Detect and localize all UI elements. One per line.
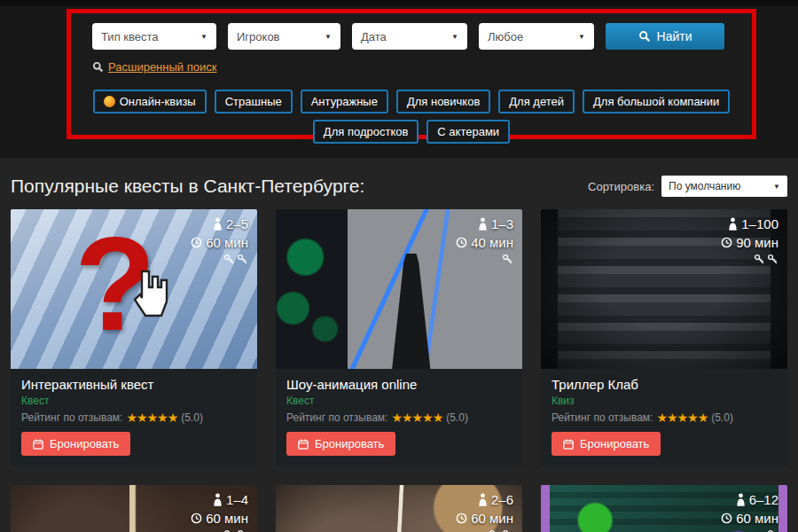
quest-card[interactable]: ? 2–5 60 мин Интерактивный квест Квест bbox=[11, 209, 257, 466]
sort-select-value: По умолчанию bbox=[669, 180, 740, 192]
quest-image[interactable]: ? 6–12 60 мин bbox=[541, 485, 787, 532]
quest-type-select[interactable]: Тип квеста▼ bbox=[92, 23, 216, 50]
orange-ball-icon bbox=[104, 96, 115, 107]
select-value: Игроков bbox=[237, 30, 280, 43]
clock-icon bbox=[191, 237, 202, 248]
category-big-company[interactable]: Для большой компании bbox=[583, 90, 730, 113]
main-content: Популярные квесты в Санкт-Петербурге: Со… bbox=[0, 158, 798, 532]
quest-title[interactable]: Интерактивный квест bbox=[21, 377, 246, 392]
quest-title[interactable]: Триллер Клаб bbox=[552, 377, 777, 392]
quest-title[interactable]: Шоу-анимация online bbox=[286, 377, 512, 392]
search-panel: Тип квеста▼Игроков▼Дата▼Любое▼ Найти Рас… bbox=[66, 9, 756, 139]
category-online-quizzes[interactable]: Онлайн-квизы bbox=[93, 90, 207, 113]
duration-text: 90 мин bbox=[736, 235, 778, 250]
quest-card-info: Триллер Клаб Квиз Рейтинг по отзывам: ★★… bbox=[541, 369, 787, 466]
difficulty-keys bbox=[456, 254, 513, 265]
search-icon bbox=[638, 30, 651, 43]
quest-card[interactable]: ? 2–6 60 мин Рейтинг по отзыва bbox=[276, 485, 522, 532]
date-select[interactable]: Дата▼ bbox=[352, 23, 467, 50]
category-beginners[interactable]: Для новичков bbox=[396, 90, 490, 113]
quest-rating: Рейтинг по отзывам: ★★★★★ (5.0) bbox=[286, 411, 512, 424]
image-badges: 1–100 90 мин bbox=[721, 216, 778, 265]
key-icon bbox=[767, 254, 778, 265]
category-label: Антуражные bbox=[311, 95, 378, 108]
category-label: Для большой компании bbox=[593, 95, 719, 108]
quest-image[interactable]: ? 2–5 60 мин bbox=[11, 209, 257, 369]
quest-image[interactable]: ? 1–4 60 мин bbox=[11, 485, 257, 532]
any-select[interactable]: Любое▼ bbox=[479, 23, 594, 50]
search-filters-row: Тип квеста▼Игроков▼Дата▼Любое▼ Найти bbox=[92, 23, 731, 50]
category-kids[interactable]: Для детей bbox=[498, 90, 575, 113]
image-badges: 6–12 60 мин bbox=[721, 492, 778, 532]
difficulty-keys bbox=[721, 254, 778, 265]
quest-rating: Рейтинг по отзывам: ★★★★★ (5.0) bbox=[552, 411, 777, 424]
category-actors[interactable]: С актерами bbox=[426, 120, 510, 144]
image-badges: 2–6 60 мин bbox=[456, 492, 513, 532]
quest-category[interactable]: Квест bbox=[286, 395, 512, 407]
players-count: 2–6 bbox=[491, 492, 513, 507]
person-icon bbox=[213, 217, 223, 231]
person-icon bbox=[213, 493, 223, 506]
quest-image[interactable]: ? 1–3 40 мин bbox=[276, 209, 522, 369]
book-button[interactable]: Бронировать bbox=[552, 432, 661, 456]
duration-badge: 60 мин bbox=[456, 511, 513, 526]
difficulty-keys bbox=[191, 254, 248, 265]
players-count: 6–12 bbox=[749, 492, 778, 507]
book-button[interactable]: Бронировать bbox=[21, 432, 130, 456]
category-label: С актерами bbox=[437, 125, 499, 138]
chevron-down-icon: ▼ bbox=[578, 33, 585, 41]
quest-image[interactable]: ? 1–100 90 мин bbox=[541, 209, 787, 369]
category-teens[interactable]: Для подростков bbox=[313, 120, 419, 144]
rating-label: Рейтинг по отзывам: bbox=[21, 411, 122, 424]
quest-cards-grid: ? 2–5 60 мин Интерактивный квест Квест bbox=[11, 209, 787, 532]
find-button-label: Найти bbox=[657, 29, 692, 43]
duration-badge: 60 мин bbox=[721, 511, 778, 526]
book-button-label: Бронировать bbox=[50, 437, 119, 450]
page-title: Популярные квесты в Санкт-Петербурге: bbox=[11, 176, 364, 197]
book-button-label: Бронировать bbox=[315, 437, 384, 450]
quest-card[interactable]: ? 1–3 40 мин Шоу-анимация online Квест bbox=[276, 209, 522, 466]
find-button[interactable]: Найти bbox=[606, 23, 724, 50]
category-scary[interactable]: Страшные bbox=[215, 90, 293, 113]
players-badge: 1–4 bbox=[191, 492, 248, 507]
quest-card[interactable]: ? 1–4 60 мин Рейтинг по отзыва bbox=[11, 485, 257, 532]
person-icon bbox=[478, 217, 488, 231]
key-icon bbox=[502, 254, 513, 265]
person-icon bbox=[728, 217, 738, 231]
duration-text: 60 мин bbox=[736, 511, 778, 526]
chevron-down-icon: ▼ bbox=[200, 33, 207, 41]
advanced-search-row: Расширенный поиск bbox=[92, 60, 731, 74]
key-icon bbox=[223, 254, 235, 265]
sort-label: Сортировка: bbox=[588, 180, 654, 193]
rating-stars: ★★★★★ bbox=[391, 411, 442, 424]
key-icon bbox=[754, 254, 765, 265]
quest-card-info: Шоу-анимация online Квест Рейтинг по отз… bbox=[276, 369, 522, 466]
quest-image[interactable]: ? 2–6 60 мин bbox=[276, 485, 522, 532]
duration-badge: 90 мин bbox=[721, 235, 778, 250]
quest-card[interactable]: ? 6–12 60 мин Рейтинг по отзыв bbox=[541, 485, 787, 532]
quest-card[interactable]: ? 1–100 90 мин Триллер Клаб Квиз bbox=[541, 209, 787, 466]
rating-stars: ★★★★★ bbox=[656, 411, 708, 424]
players-badge: 6–12 bbox=[721, 492, 778, 507]
duration-text: 60 мин bbox=[471, 511, 513, 526]
category-label: Страшные bbox=[225, 95, 282, 108]
players-badge: 1–100 bbox=[721, 216, 778, 231]
heading-row: Популярные квесты в Санкт-Петербурге: Со… bbox=[11, 176, 787, 197]
book-button-label: Бронировать bbox=[580, 437, 649, 450]
select-value: Дата bbox=[361, 30, 387, 43]
quest-category[interactable]: Квест bbox=[21, 395, 246, 407]
calendar-icon bbox=[563, 439, 574, 450]
duration-text: 60 мин bbox=[206, 235, 248, 250]
players-badge: 1–3 bbox=[456, 216, 513, 231]
players-select[interactable]: Игроков▼ bbox=[228, 23, 340, 50]
quest-category[interactable]: Квиз bbox=[552, 395, 777, 407]
select-value: Тип квеста bbox=[101, 30, 159, 43]
sort-select[interactable]: По умолчанию ▼ bbox=[661, 176, 787, 197]
book-button[interactable]: Бронировать bbox=[286, 432, 395, 456]
players-count: 1–4 bbox=[226, 492, 248, 507]
players-badge: 2–6 bbox=[456, 492, 513, 507]
advanced-search-link[interactable]: Расширенный поиск bbox=[108, 60, 216, 74]
category-atmospheric[interactable]: Антуражные bbox=[301, 90, 388, 113]
duration-badge: 60 мин bbox=[191, 235, 248, 250]
category-label: Онлайн-квизы bbox=[120, 95, 196, 108]
